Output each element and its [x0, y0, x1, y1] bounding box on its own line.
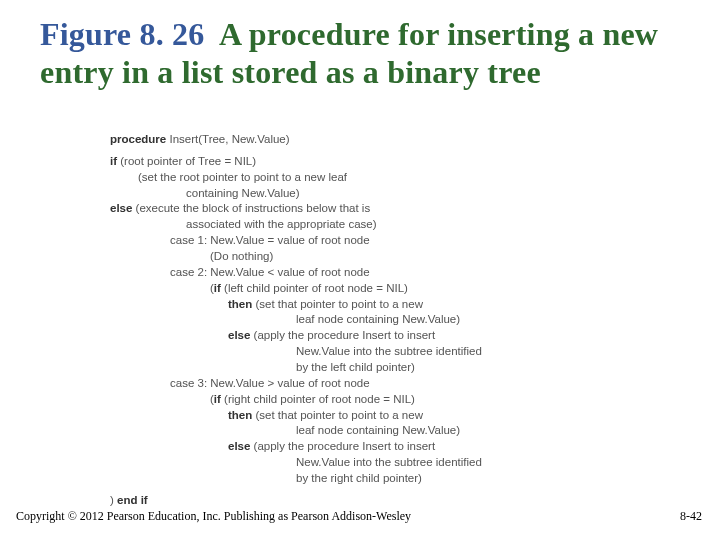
kw-if: if	[214, 393, 221, 405]
code-line: associated with the appropriate case)	[186, 218, 377, 230]
code-line: (set the root pointer to point to a new …	[138, 171, 347, 183]
proc-sig: Insert(Tree, New.Value)	[166, 133, 289, 145]
code-line: (right child pointer of root node = NIL)	[221, 393, 415, 405]
kw-then: then	[228, 409, 252, 421]
pseudocode-block: procedure Insert(Tree, New.Value) if (ro…	[110, 132, 670, 509]
code-line: New.Value into the subtree identified	[296, 345, 482, 357]
kw-else: else	[110, 202, 132, 214]
kw-then: then	[228, 298, 252, 310]
code-line: New.Value into the subtree identified	[296, 456, 482, 468]
code-line: (apply the procedure Insert to insert	[250, 440, 435, 452]
code-line: )	[110, 494, 117, 506]
code-line: by the right child pointer)	[296, 472, 422, 484]
code-line: (apply the procedure Insert to insert	[250, 329, 435, 341]
code-line: case 3: New.Value > value of root node	[170, 377, 370, 389]
copyright-text: Copyright © 2012 Pearson Education, Inc.…	[16, 509, 411, 524]
code-line: leaf node containing New.Value)	[296, 424, 460, 436]
code-line: (set that pointer to point to a new	[252, 409, 423, 421]
kw-if: if	[214, 282, 221, 294]
code-line: (execute the block of instructions below…	[132, 202, 370, 214]
kw-procedure: procedure	[110, 133, 166, 145]
slide-title: Figure 8. 26 A procedure for inserting a…	[40, 16, 690, 92]
slide: Figure 8. 26 A procedure for inserting a…	[0, 0, 720, 540]
code-line: by the left child pointer)	[296, 361, 415, 373]
kw-else: else	[228, 329, 250, 341]
kw-endif: end if	[117, 494, 148, 506]
code-line: case 2: New.Value < value of root node	[170, 266, 370, 278]
page-number: 8-42	[680, 509, 702, 524]
code-line: (Do nothing)	[210, 250, 273, 262]
code-line: case 1: New.Value = value of root node	[170, 234, 370, 246]
kw-else: else	[228, 440, 250, 452]
code-line: (set that pointer to point to a new	[252, 298, 423, 310]
code-line: containing New.Value)	[186, 187, 300, 199]
code-line: (root pointer of Tree = NIL)	[117, 155, 256, 167]
code-line: leaf node containing New.Value)	[296, 313, 460, 325]
figure-number: Figure 8. 26	[40, 16, 204, 52]
kw-if: if	[110, 155, 117, 167]
code-line: (left child pointer of root node = NIL)	[221, 282, 408, 294]
